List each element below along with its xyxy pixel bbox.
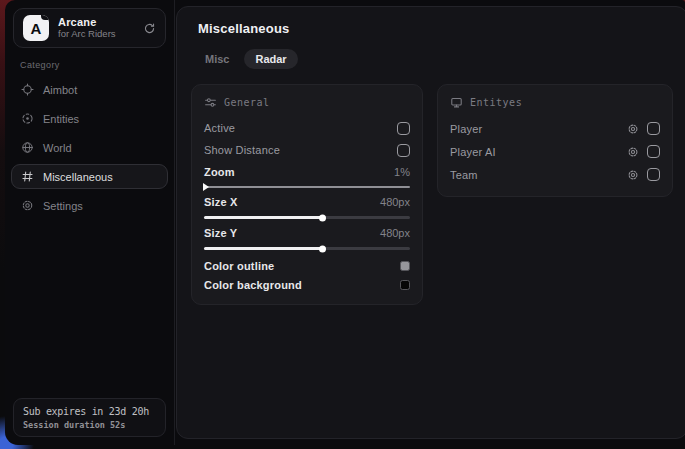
monitor-icon xyxy=(450,96,463,109)
sidebar-item-aimbot[interactable]: Aimbot xyxy=(11,77,168,102)
sidebar-item-entities[interactable]: Entities xyxy=(11,106,168,131)
atom-icon xyxy=(21,112,34,125)
page-title: Miscellaneous xyxy=(198,21,673,36)
player-ai-settings-gear-icon[interactable] xyxy=(627,146,639,158)
crosshair-icon xyxy=(21,83,34,96)
brand-logo: A xyxy=(23,15,49,41)
sidebar-item-world[interactable]: World xyxy=(11,135,168,160)
general-card-header: General xyxy=(204,96,410,109)
sidebar-item-settings[interactable]: Settings xyxy=(11,193,168,218)
entity-row-team: Team xyxy=(450,163,660,186)
sidebar-item-miscellaneous[interactable]: Miscellaneous xyxy=(11,164,168,189)
setting-row-active: Active xyxy=(204,117,410,139)
zoom-slider-thumb[interactable] xyxy=(204,186,206,188)
show-distance-checkbox[interactable] xyxy=(397,144,410,157)
entity-label: Team xyxy=(450,169,478,181)
color-background-swatch[interactable] xyxy=(400,280,410,290)
setting-label: Show Distance xyxy=(204,144,280,156)
globe-icon xyxy=(21,141,34,154)
setting-row-size-x: Size X 480px xyxy=(204,194,410,219)
entities-card: Entityes Player P xyxy=(437,84,673,197)
sync-icon[interactable] xyxy=(143,22,156,35)
setting-row-size-y: Size Y 480px xyxy=(204,225,410,250)
player-ai-checkbox[interactable] xyxy=(647,145,660,158)
size-x-value: 480px xyxy=(380,196,410,208)
entities-card-header: Entityes xyxy=(450,96,660,109)
setting-row-color-background: Color background xyxy=(204,275,410,294)
tab-misc[interactable]: Misc xyxy=(194,49,240,69)
player-settings-gear-icon[interactable] xyxy=(627,123,639,135)
team-checkbox[interactable] xyxy=(647,168,660,181)
sidebar-item-label: Miscellaneous xyxy=(43,171,113,183)
setting-label: Size Y xyxy=(204,227,237,239)
setting-row-show-distance: Show Distance xyxy=(204,139,410,161)
session-duration-text: Session duration 52s xyxy=(23,420,156,430)
entity-row-player-ai: Player AI xyxy=(450,140,660,163)
setting-label: Active xyxy=(204,122,235,134)
sidebar-item-label: Entities xyxy=(43,113,79,125)
player-checkbox[interactable] xyxy=(647,122,660,135)
color-outline-swatch[interactable] xyxy=(400,261,410,271)
main-panel: Miscellaneous Misc Radar General xyxy=(176,6,685,439)
general-card-title: General xyxy=(224,97,270,108)
brand-card: A Arcane for Arc Riders xyxy=(13,8,166,48)
setting-row-color-outline: Color outline xyxy=(204,256,410,275)
zoom-value: 1% xyxy=(394,166,410,178)
entities-card-title: Entityes xyxy=(470,97,522,108)
sidebar-item-label: Settings xyxy=(43,200,83,212)
hash-grid-icon xyxy=(21,170,34,183)
size-x-slider-thumb[interactable] xyxy=(204,216,323,219)
gear-icon xyxy=(21,199,34,212)
tab-radar[interactable]: Radar xyxy=(244,49,297,69)
general-card: General Active Show Distance Zoom 1% xyxy=(191,84,423,305)
tab-bar: Misc Radar xyxy=(194,49,673,69)
sidebar-item-label: Aimbot xyxy=(43,84,77,96)
sidebar-item-label: World xyxy=(43,142,72,154)
entity-label: Player xyxy=(450,123,482,135)
setting-label: Color background xyxy=(204,279,302,291)
sidebar-nav: Aimbot Entities xyxy=(5,77,174,218)
app-window: A Arcane for Arc Riders Category xyxy=(5,0,685,445)
setting-label: Zoom xyxy=(204,166,235,178)
sliders-icon xyxy=(204,96,217,109)
entity-label: Player AI xyxy=(450,146,496,158)
brand-name: Arcane xyxy=(58,16,116,29)
active-checkbox[interactable] xyxy=(397,122,410,135)
size-x-slider[interactable] xyxy=(204,216,410,219)
setting-label: Color outline xyxy=(204,260,274,272)
size-y-value: 480px xyxy=(380,227,410,239)
entity-row-player: Player xyxy=(450,117,660,140)
sub-expiry-text: Sub expires in 23d 20h xyxy=(23,406,156,417)
brand-subtitle: for Arc Riders xyxy=(58,29,116,40)
subscription-card: Sub expires in 23d 20h Session duration … xyxy=(13,398,166,437)
size-y-slider-thumb[interactable] xyxy=(204,247,323,250)
brand-text: Arcane for Arc Riders xyxy=(58,16,116,41)
team-settings-gear-icon[interactable] xyxy=(627,169,639,181)
zoom-slider[interactable] xyxy=(204,186,410,188)
cards-row: General Active Show Distance Zoom 1% xyxy=(191,84,673,305)
category-label: Category xyxy=(20,60,174,70)
setting-label: Size X xyxy=(204,196,238,208)
setting-row-zoom: Zoom 1% xyxy=(204,164,410,188)
sidebar: A Arcane for Arc Riders Category xyxy=(5,0,175,445)
size-y-slider[interactable] xyxy=(204,247,410,250)
